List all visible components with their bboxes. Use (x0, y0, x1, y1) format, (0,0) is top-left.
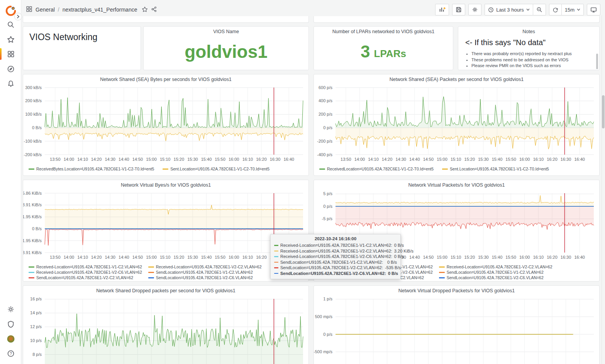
svg-text:14:10: 14:10 (77, 157, 88, 162)
sidebar-item-dashboards[interactable] (0, 47, 21, 61)
dashboard-grid-icon (26, 6, 32, 13)
tooltip-series-value: 0 B/s (394, 243, 404, 248)
svg-text:14:40: 14:40 (409, 255, 420, 260)
tooltip-row: Received-Location=U9105.42A.782C6E1-V1-C… (274, 243, 397, 248)
legend-item[interactable]: Sent.Location=U9105.42A.782C6E1-V1-C2-T0… (442, 166, 549, 172)
share-dashboard-button[interactable] (151, 6, 157, 13)
legend-item[interactable]: SendLocation=U9105.42A.782C6E1-V2-C6.VLA… (148, 275, 262, 280)
legend-item[interactable]: ReceivedBytes.Location=U9105.42A.782C6E1… (29, 166, 154, 172)
chart-canvas[interactable]: 300 kB/s200 kB/s100 kB/s0 B/s-100 kB/s-2… (23, 84, 308, 165)
sidebar-item-profile[interactable] (0, 332, 21, 346)
legend-item[interactable]: Received-Location=U9105.42A.782C6E1-V2-C… (29, 270, 142, 275)
legend-item[interactable]: SendLocation=U9105.42A.782C6E1-V1-C2.VLA… (439, 270, 552, 275)
svg-text:14:00: 14:00 (64, 157, 75, 162)
svg-text:14:30: 14:30 (105, 157, 115, 162)
panel-title[interactable]: Network Shared (SEA) Packets per second … (314, 74, 599, 84)
refresh-interval-picker[interactable]: 15m (562, 4, 584, 15)
panel-notes: Notes <- If this says "No data" There wa… (458, 26, 600, 70)
legend-item[interactable]: SendLocation=U9105.42A.782C6E1-V2-C6.VLA… (439, 275, 552, 280)
chart-canvas[interactable]: 600 p/s400 p/s200 p/s0 p/s-200 p/s-400 p… (314, 84, 599, 165)
sidebar-item-server-admin[interactable] (0, 317, 21, 331)
svg-text:16:30: 16:30 (561, 157, 571, 162)
panel-title[interactable]: Network Shared (SEA) Bytes per seconds f… (23, 74, 308, 84)
sidebar-item-alerting[interactable] (0, 77, 21, 91)
panel-title[interactable]: Network Virtual Byes/s for VIOS goldvios… (23, 180, 308, 190)
series-color-swatch (148, 272, 154, 273)
svg-text:15:20: 15:20 (174, 255, 185, 260)
legend-item[interactable]: Received-Location=U9105.42A.782C6E1-V2-C… (148, 264, 262, 270)
grafana-app: ? General / nextractplus_v41_Performance (0, 0, 605, 364)
legend-item[interactable]: SendLocation=U9105.42A.782C6E1-V2-C2.VLA… (29, 275, 142, 280)
vios-name-value: goldvios1 (185, 41, 268, 62)
svg-text:15:20: 15:20 (464, 255, 475, 260)
panel-title[interactable]: Network Virtual Packets/s for VIOS goldv… (314, 180, 599, 190)
svg-text:-200 p/s: -200 p/s (317, 139, 332, 143)
svg-text:1.95 KiB/s: 1.95 KiB/s (23, 214, 42, 219)
page-scrollbar-track[interactable] (602, 15, 605, 364)
svg-text:5 p/s: 5 p/s (323, 191, 332, 196)
add-panel-button[interactable] (435, 4, 449, 15)
svg-text:-500 mp/s: -500 mp/s (314, 349, 332, 354)
svg-text:16:20: 16:20 (256, 255, 267, 260)
svg-text:15:10: 15:10 (160, 255, 171, 260)
svg-text:13:50: 13:50 (50, 255, 61, 260)
sidebar-item-explore[interactable] (0, 62, 21, 76)
legend-label: Received-Location=U9105.42A.782C6E1-V2-C… (447, 264, 552, 270)
legend-item[interactable]: Received-Location=U9105.42A.782C6E1-V2-C… (439, 264, 552, 270)
tooltip-series-label: Received-Location=U9105.42A.782C6E1-V1-C… (280, 243, 392, 248)
save-dashboard-button[interactable] (452, 4, 465, 15)
svg-text:14 p/s: 14 p/s (30, 310, 42, 315)
series-color-swatch (29, 272, 34, 273)
legend-item[interactable]: ReceivedLocation=U9105.42A.782C6E1-V1-C2… (319, 166, 434, 172)
breadcrumb-folder[interactable]: General (36, 7, 55, 13)
series-color-swatch (148, 277, 154, 278)
svg-text:14:20: 14:20 (382, 157, 393, 162)
svg-text:-5 p/s: -5 p/s (322, 216, 332, 221)
notes-scrollbar-thumb[interactable] (596, 54, 598, 69)
svg-text:-400 p/s: -400 p/s (317, 152, 332, 157)
svg-text:15:40: 15:40 (492, 157, 503, 162)
svg-text:15:00: 15:00 (437, 157, 447, 162)
zoom-out-icon (536, 7, 542, 13)
svg-text:14:20: 14:20 (91, 255, 102, 260)
notes-content: <- If this says "No data" There was prob… (458, 37, 599, 69)
svg-text:-200 kB/s: -200 kB/s (24, 152, 42, 157)
series-color-swatch (439, 277, 445, 278)
sidebar-item-help[interactable]: ? (0, 347, 21, 361)
breadcrumb-dashboard-title[interactable]: nextractplus_v41_Performance (63, 7, 137, 13)
tooltip-row: Received-Location=U9105.42A.782C6E1-V2-C… (274, 254, 397, 260)
series-color-swatch (274, 267, 278, 268)
dashboard-settings-button[interactable] (468, 4, 481, 15)
notes-bullet-list: There was probably error(s) reported by … (471, 51, 592, 69)
panel-title[interactable]: Number of LPARs networked to VIOS goldvi… (314, 27, 453, 37)
sidebar: ? (0, 0, 21, 364)
cycle-view-mode-button[interactable] (587, 4, 600, 15)
svg-text:15:20: 15:20 (464, 157, 475, 162)
favorite-star-button[interactable] (142, 6, 148, 13)
time-range-picker[interactable]: Last 3 hours (485, 4, 533, 15)
svg-text:3.91 KiB/s: 3.91 KiB/s (23, 202, 42, 207)
tooltip-timestamp: 2022-10-24 16:16:00 (274, 236, 397, 241)
refresh-dashboard-button[interactable] (549, 4, 562, 15)
legend-item[interactable]: Sent.Location=U9105.42A.782C6E1-V1-C2-T0… (163, 166, 269, 172)
panel-title[interactable]: Notes (458, 27, 599, 37)
panel-vios-name: VIOS Name goldvios1 (143, 26, 309, 70)
save-icon (456, 7, 462, 13)
page-scrollbar-thumb[interactable] (602, 95, 605, 128)
chart-canvas[interactable]: 1 p/s500 mp/s0 p/s-500 mp/s (314, 296, 599, 364)
sidebar-item-starred[interactable] (0, 32, 21, 46)
chart-canvas[interactable]: 16 p/s14 p/s12 p/s10 p/s8 p/s (23, 296, 308, 364)
panel-title[interactable]: VIOS Name (144, 27, 308, 37)
breadcrumb-separator: / (58, 7, 59, 13)
legend-item[interactable]: Received-Location=U9105.42A.782C6E1-V1-C… (29, 264, 142, 270)
sidebar-item-configuration[interactable] (0, 302, 21, 316)
zoom-out-time-button[interactable] (533, 4, 546, 15)
legend-item[interactable]: SendLocation=U9105.42A.782C6E1-V1-C2.VLA… (148, 270, 262, 275)
chart-canvas[interactable]: 5.86 KiB/s3.91 KiB/s1.95 KiB/s0 B/s-1.95… (23, 190, 308, 263)
tooltip-series-value: -535 B/s (385, 265, 401, 271)
panel-title[interactable]: Network Virtual Dropped Packets/s for VI… (314, 286, 599, 296)
share-icon (151, 6, 157, 12)
svg-text:14:00: 14:00 (64, 255, 75, 260)
sidebar-expand-button[interactable] (14, 13, 22, 20)
panel-title[interactable]: Network Shared Dropped packets per secon… (23, 286, 308, 296)
